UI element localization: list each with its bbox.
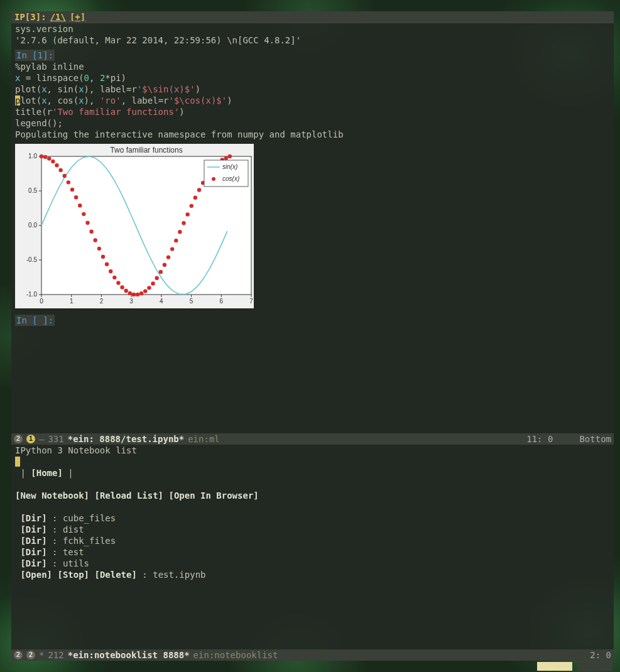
svg-text:cos(x): cos(x) [222, 175, 239, 182]
reload-list-button[interactable]: [Reload List] [94, 490, 163, 501]
code-line[interactable]: plot(x, cos(x), 'ro', label=r'$\cos(x)$'… [15, 95, 610, 106]
svg-point-67 [185, 212, 189, 216]
code-line[interactable]: %pylab inline [15, 61, 610, 72]
branch-info: 212 [48, 649, 63, 661]
dir-tag[interactable]: [Dir] [20, 547, 46, 557]
open-browser-button[interactable]: [Open In Browser] [168, 490, 258, 501]
svg-point-47 [109, 269, 112, 273]
open-button[interactable]: [Open] [20, 570, 52, 580]
dir-name[interactable]: fchk_files [63, 536, 116, 546]
svg-point-43 [93, 238, 97, 242]
home-link[interactable]: [Home] [31, 468, 63, 478]
svg-text:-0.5: -0.5 [26, 256, 38, 263]
svg-point-77 [224, 156, 228, 160]
svg-point-61 [163, 263, 166, 267]
delete-button[interactable]: [Delete] [94, 570, 136, 580]
notebook-pane[interactable]: IP[3]: /1\ [+] sys.version '2.7.6 (defau… [11, 11, 614, 433]
code-line[interactable]: x = linspace(0, 2*pi) [15, 72, 610, 84]
editor-frame: IP[3]: /1\ [+] sys.version '2.7.6 (defau… [11, 11, 614, 661]
badge-buffer: 1 [26, 435, 35, 443]
code-line[interactable]: legend(); [15, 117, 610, 129]
svg-point-56 [143, 289, 147, 293]
cell-output-0: sys.version '2.7.6 (default, Mar 22 2014… [15, 23, 610, 46]
svg-point-52 [128, 291, 132, 295]
svg-point-44 [97, 247, 101, 251]
svg-point-35 [63, 174, 67, 178]
cursor [15, 457, 20, 467]
dir-name[interactable]: test [63, 547, 84, 557]
taskbar-item[interactable] [577, 662, 612, 671]
file-name[interactable]: test.ipynb [153, 570, 205, 580]
svg-text:5: 5 [190, 298, 193, 305]
dir-row: [Dir] : fchk_files [15, 535, 610, 546]
output-line: '2.7.6 (default, Mar 22 2014, 22:59:56) … [15, 35, 610, 46]
svg-point-46 [105, 263, 109, 266]
svg-point-68 [190, 204, 193, 208]
svg-point-63 [170, 247, 174, 251]
code-line[interactable] [15, 326, 610, 337]
cell-1[interactable]: In [1]: %pylab inline x = linspace(0, 2*… [15, 50, 610, 308]
badge-window: 2 [14, 651, 23, 659]
taskbar-icons [537, 662, 612, 671]
badge-buffer: 2 [26, 651, 35, 659]
dir-name[interactable]: dist [63, 524, 84, 534]
dir-tag[interactable]: [Dir] [20, 536, 46, 546]
svg-point-48 [112, 276, 116, 279]
code-line[interactable]: sys.version [15, 23, 610, 35]
scroll-indicator: Bottom [579, 433, 611, 445]
svg-text:Two familiar functions: Two familiar functions [110, 146, 182, 154]
new-notebook-button[interactable]: [New Notebook] [15, 490, 89, 501]
taskbar-item[interactable] [537, 662, 572, 671]
kernel-label: IP[3]: [14, 11, 46, 23]
svg-point-70 [197, 188, 201, 192]
cell-prompt: In [1]: [15, 50, 610, 61]
dir-tag[interactable]: [Dir] [20, 558, 46, 568]
notebook-list-pane[interactable]: IPython 3 Notebook list | [Home] | [New … [11, 445, 614, 580]
output-line: Populating the interactive namespace fro… [15, 129, 610, 140]
svg-point-57 [147, 286, 151, 290]
svg-point-39 [78, 203, 82, 207]
svg-text:0: 0 [40, 298, 43, 305]
tab-bar: IP[3]: /1\ [+] [11, 11, 614, 23]
svg-point-40 [82, 212, 85, 216]
buffer-name[interactable]: *ein:notebooklist 8888* [68, 649, 190, 661]
svg-point-66 [182, 221, 185, 225]
code-line[interactable]: title(r'Two familiar functions') [15, 106, 610, 117]
dir-name[interactable]: cube_files [63, 513, 116, 523]
chart-svg: Two familiar functions01234567-1.0-0.50.… [15, 144, 254, 308]
svg-text:1.0: 1.0 [28, 153, 37, 160]
svg-point-36 [67, 180, 70, 184]
notebook-list-title: IPython 3 Notebook list [15, 445, 610, 456]
svg-text:6: 6 [220, 298, 224, 305]
svg-text:4: 4 [160, 298, 163, 305]
chart-output: Two familiar functions01234567-1.0-0.50.… [15, 144, 254, 308]
dir-row: [Dir] : dist [15, 524, 610, 535]
cell-prompt: In [ ]: [15, 315, 55, 326]
buffer-name[interactable]: *ein: 8888/test.ipynb* [68, 433, 184, 445]
badge-window: 2 [14, 435, 23, 443]
file-row: [Open] [Stop] [Delete] : test.ipynb [15, 569, 610, 580]
dir-name[interactable]: utils [63, 558, 89, 568]
code-line[interactable]: plot(x, sin(x), label=r'$\sin(x)$') [15, 84, 610, 95]
status-bar-bottom: 2 2 * 212 *ein:notebooklist 8888* ein:no… [11, 649, 614, 661]
svg-point-59 [155, 276, 158, 280]
svg-text:0.0: 0.0 [28, 222, 37, 229]
stop-button[interactable]: [Stop] [57, 570, 89, 580]
svg-point-53 [132, 293, 136, 296]
tab-active[interactable]: /1\ [50, 11, 66, 23]
svg-text:2: 2 [100, 298, 104, 305]
svg-point-51 [124, 289, 128, 293]
cursor-position: 2: 0 [590, 649, 611, 661]
cell-empty[interactable]: In [ ]: [15, 315, 610, 337]
svg-point-64 [174, 239, 178, 242]
dir-tag[interactable]: [Dir] [20, 513, 46, 523]
branch-info: 331 [48, 433, 63, 445]
svg-point-37 [70, 188, 74, 192]
svg-text:0.5: 0.5 [28, 187, 37, 194]
dir-tag[interactable]: [Dir] [20, 524, 46, 534]
dir-row: [Dir] : cube_files [15, 512, 610, 524]
svg-point-33 [55, 163, 58, 167]
tab-add[interactable]: [+] [70, 11, 85, 23]
svg-point-34 [58, 168, 62, 172]
svg-point-31 [47, 156, 51, 160]
